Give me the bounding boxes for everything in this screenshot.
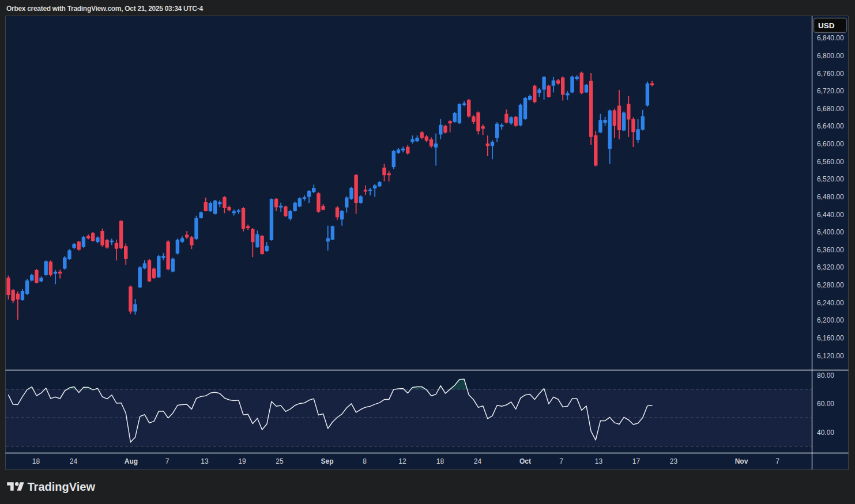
svg-text:Orbex created with TradingView: Orbex created with TradingView.com, Oct … [6,5,203,13]
svg-text:Aug: Aug [125,457,138,465]
svg-text:19: 19 [238,457,246,465]
svg-text:40.00: 40.00 [817,429,834,437]
svg-text:6,800.00: 6,800.00 [817,52,844,60]
svg-text:25: 25 [276,457,284,465]
svg-text:6,200.00: 6,200.00 [817,316,844,324]
svg-text:6,760.00: 6,760.00 [817,70,844,78]
svg-text:24: 24 [474,457,482,465]
svg-text:7: 7 [559,457,563,465]
svg-text:18: 18 [32,457,40,465]
svg-text:6,680.00: 6,680.00 [817,105,844,113]
svg-text:7: 7 [165,457,170,465]
svg-text:USD: USD [818,21,835,30]
svg-text:17: 17 [632,457,641,465]
svg-text:6,280.00: 6,280.00 [817,281,844,289]
svg-text:6,560.00: 6,560.00 [817,158,844,166]
svg-text:6,360.00: 6,360.00 [817,246,844,254]
svg-text:80.00: 80.00 [817,372,834,380]
svg-text:6,600.00: 6,600.00 [817,140,844,148]
svg-text:6,520.00: 6,520.00 [817,175,844,183]
svg-text:8: 8 [363,457,367,465]
svg-text:6,160.00: 6,160.00 [817,334,844,342]
svg-text:Nov: Nov [735,457,748,465]
svg-text:18: 18 [436,457,445,465]
svg-text:6,400.00: 6,400.00 [817,228,844,236]
svg-text:13: 13 [201,457,209,465]
svg-text:6,720.00: 6,720.00 [817,87,844,95]
svg-text:6,120.00: 6,120.00 [817,352,844,360]
svg-text:6,480.00: 6,480.00 [817,193,844,201]
svg-text:6,440.00: 6,440.00 [817,211,844,219]
svg-text:24: 24 [70,457,78,465]
svg-text:12: 12 [398,457,406,465]
svg-text:TradingView: TradingView [28,480,96,493]
svg-text:Oct: Oct [519,457,531,465]
svg-text:6,240.00: 6,240.00 [817,299,844,307]
svg-text:Sep: Sep [321,457,333,465]
svg-text:13: 13 [595,457,603,465]
svg-text:6,640.00: 6,640.00 [817,122,844,130]
svg-text:23: 23 [670,457,678,465]
svg-text:60.00: 60.00 [817,400,834,408]
svg-text:6,320.00: 6,320.00 [817,263,844,271]
svg-text:6,840.00: 6,840.00 [817,34,844,42]
svg-text:7: 7 [775,457,779,465]
